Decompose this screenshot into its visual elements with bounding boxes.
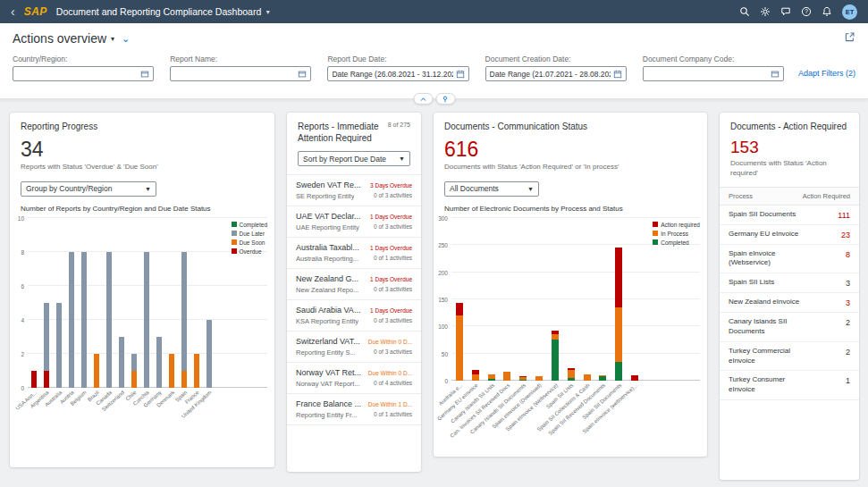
back-icon[interactable]: ‹: [11, 5, 15, 18]
filter-value: Date Range (21.07.2021 - 28.08.2021): [490, 70, 611, 79]
stacked-bar[interactable]: [81, 218, 87, 388]
stacked-bar[interactable]: [503, 218, 510, 381]
stacked-bar[interactable]: [156, 218, 162, 388]
stacked-bar[interactable]: [169, 218, 174, 388]
filter-input[interactable]: [13, 66, 154, 81]
group-by-select[interactable]: Group by Country/Region ▼: [21, 181, 156, 197]
bar-segment-in-process: [568, 370, 575, 378]
shell-bar-right: ? ET: [739, 4, 857, 20]
stacked-bar[interactable]: [56, 218, 62, 388]
adapt-filters-link[interactable]: Adapt Filters (2): [798, 69, 855, 78]
stacked-bar[interactable]: [519, 218, 527, 381]
stacked-bar[interactable]: [181, 218, 187, 388]
stacked-bar[interactable]: [615, 218, 622, 381]
bar-segment-due-soon: [131, 371, 137, 388]
table-row[interactable]: Spain SII Documents111: [720, 206, 859, 225]
filter-input[interactable]: [643, 66, 784, 81]
bar-segment-action-required: [456, 303, 463, 315]
value-help-icon[interactable]: [771, 70, 780, 79]
report-list-item[interactable]: France Balance ...Due Within 1 D...Repor…: [287, 394, 421, 425]
bar-segment-completed: [568, 378, 575, 381]
stacked-bar[interactable]: [119, 218, 124, 388]
stacked-bar[interactable]: [599, 218, 606, 381]
stacked-bar[interactable]: [488, 218, 495, 381]
table-row[interactable]: Spain SII Lists3: [720, 273, 859, 293]
documents-filter-select[interactable]: All Documents ▼: [444, 181, 539, 197]
report-activities: 0 of 3 activities: [374, 223, 412, 231]
report-name: France Balance ...: [296, 399, 361, 408]
table-row[interactable]: Turkey Commercial eInvoice2: [720, 342, 859, 372]
share-icon[interactable]: [844, 30, 855, 46]
report-list-item[interactable]: UAE VAT Declar...1 Days OverdueUAE Repor…: [287, 206, 421, 238]
user-avatar[interactable]: ET: [842, 4, 857, 20]
action-required-count: 3: [846, 279, 850, 288]
stacked-bar[interactable]: [552, 218, 559, 381]
stacked-bar[interactable]: [206, 218, 212, 388]
settings-gear-icon[interactable]: [760, 6, 771, 17]
variant-select-caret-icon[interactable]: ▾: [111, 35, 114, 43]
stacked-bar[interactable]: [584, 218, 591, 381]
card-reports-attention-required: Reports - Immediate Attention Required 8…: [287, 113, 421, 472]
report-activities: 0 of 3 activities: [374, 348, 412, 357]
card-title: Documents - Communication Status: [444, 121, 696, 132]
report-row-main: UAE VAT Declar...1 Days Overdue: [296, 212, 412, 221]
process-name: Spain SII Documents: [729, 210, 807, 220]
stacked-bar[interactable]: [456, 218, 463, 381]
sort-by-select[interactable]: Sort by Report Due Date ▼: [298, 151, 410, 166]
stacked-bar[interactable]: [472, 218, 479, 381]
search-icon[interactable]: [739, 6, 750, 17]
collapse-header-button[interactable]: [413, 93, 433, 105]
table-row[interactable]: New Zealand eInvoice3: [720, 293, 859, 313]
report-list-item[interactable]: Saudi Arabia VA...1 Days OverdueKSA Repo…: [287, 300, 421, 332]
stacked-bar[interactable]: [69, 218, 74, 388]
chart-legend: Action requiredIn ProcessCompleted: [653, 222, 700, 246]
feedback-chat-icon[interactable]: [780, 6, 791, 17]
stacked-bar[interactable]: [131, 218, 137, 388]
help-icon[interactable]: ?: [801, 6, 812, 17]
pin-header-button[interactable]: [435, 93, 455, 105]
value-help-icon[interactable]: [140, 70, 149, 79]
stacked-bar[interactable]: [31, 218, 37, 388]
stacked-bar[interactable]: [106, 218, 112, 388]
legend-swatch: [232, 231, 237, 236]
filter-value: Date Range (26.08.2021 - 31.12.2021): [332, 70, 452, 79]
report-list-item[interactable]: Norway VAT Ret...Due Within 0 D...Norway…: [287, 363, 421, 394]
report-list-item[interactable]: Australia Taxabl...1 Days OverdueAustral…: [287, 238, 421, 269]
date-range-input[interactable]: Date Range (21.07.2021 - 28.08.2021): [485, 66, 627, 81]
stacked-bar[interactable]: [535, 218, 543, 381]
stacked-bar[interactable]: [94, 218, 99, 388]
table-row[interactable]: Turkey Consumer eInvoice1: [720, 371, 859, 400]
table-row[interactable]: Germany EU eInvoice23: [720, 225, 859, 245]
bar-segment-action-required: [615, 248, 622, 307]
legend-label: Due Soon: [240, 239, 265, 246]
filter-input[interactable]: [170, 66, 311, 81]
report-row-main: Australia Taxabl...1 Days Overdue: [296, 243, 412, 252]
header-collapse-chevron-icon[interactable]: ⌄: [122, 36, 130, 42]
table-row[interactable]: Canary Islands SII Documents2: [720, 313, 859, 342]
report-activities: 0 of 3 activities: [374, 317, 412, 325]
bar-column-canary-islands-sii-lists: Canary Islands SII Lists: [484, 218, 500, 381]
filter-bar: Country/Region:Report Name:Report Due Da…: [13, 55, 855, 81]
report-list-item[interactable]: New Zealand G...1 Days OverdueNew Zealan…: [287, 269, 421, 300]
date-picker-icon[interactable]: [456, 70, 465, 79]
report-list-item[interactable]: Sweden VAT Re...3 Days OverdueSE Reporti…: [287, 175, 421, 206]
value-help-icon[interactable]: [298, 70, 307, 79]
stacked-bar[interactable]: [144, 218, 149, 388]
page-title[interactable]: Actions overview: [13, 31, 106, 46]
stacked-bar[interactable]: [194, 218, 199, 388]
app-title-menu[interactable]: Document and Reporting Compliance Dashbo…: [56, 6, 271, 17]
report-entity: Reporting Entity Fr...: [296, 411, 357, 419]
bar-column-spain: Spain: [178, 218, 190, 388]
date-range-input[interactable]: Date Range (26.08.2021 - 31.12.2021): [327, 66, 468, 81]
stacked-bar[interactable]: [568, 218, 575, 381]
report-row-sub: Reporting Entity Fr...0 of 1 activities: [296, 411, 412, 419]
bar-column-usa-ann: USA Ann...: [28, 218, 40, 388]
notifications-bell-icon[interactable]: [822, 6, 832, 17]
table-row[interactable]: Spain eInvoice (Webservice)8: [720, 245, 859, 274]
date-picker-icon[interactable]: [613, 70, 622, 79]
stacked-bar[interactable]: [44, 218, 49, 388]
sap-logo[interactable]: SAP: [24, 5, 47, 18]
stacked-bar[interactable]: [631, 218, 638, 381]
legend-item-completed: Completed: [232, 222, 267, 228]
report-list-item[interactable]: Switzerland VAT...Due Within 0 D...Repor…: [287, 332, 421, 363]
